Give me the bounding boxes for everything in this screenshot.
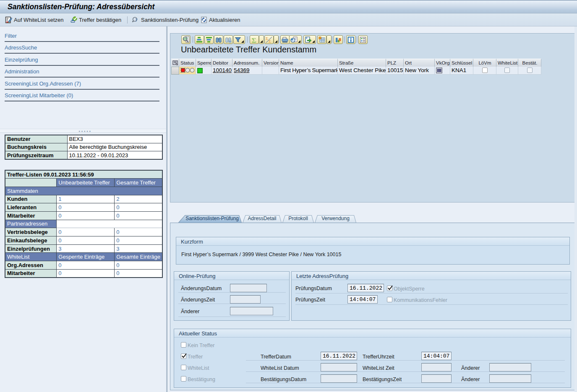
svg-text:Σ: Σ bbox=[266, 36, 268, 41]
svg-text:?: ? bbox=[135, 17, 138, 22]
svg-text:Σ: Σ bbox=[252, 36, 256, 43]
